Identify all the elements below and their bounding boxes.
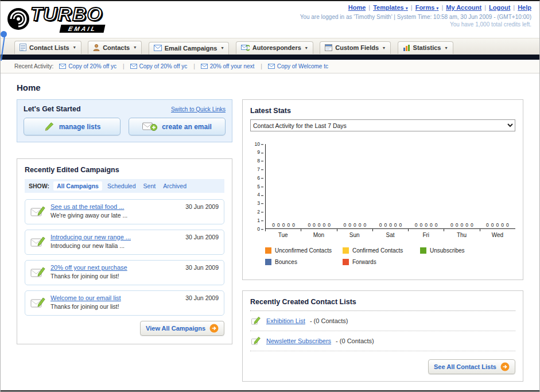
campaign-item: Welcome to our email list Thanks for joi… — [25, 290, 224, 316]
manage-lists-button[interactable]: manage lists — [24, 118, 121, 135]
latest-stats-panel: Latest Stats Contact Activity for the La… — [242, 99, 523, 280]
arrow-right-icon — [500, 362, 510, 371]
legend-item: Unconfirmed Contacts — [265, 247, 343, 254]
nav-forms-link[interactable]: Forms ▾ — [415, 4, 446, 11]
envelope-icon — [201, 64, 208, 69]
top-header: TURBO EMAIL HomeTemplates ▾Forms ▾My Acc… — [1, 1, 539, 38]
logo-title: TURBO — [30, 5, 104, 23]
create-email-button[interactable]: create an email — [129, 118, 226, 135]
campaign-subtitle: We're giving away our late ... — [50, 212, 181, 219]
contact-lists-panel: Recently Created Contact Lists Exhibitio… — [242, 290, 523, 382]
filter-sent[interactable]: Sent — [143, 183, 156, 189]
nav-templates-link[interactable]: Templates ▾ — [373, 4, 415, 11]
envelope-icon — [130, 64, 137, 69]
campaign-item: Introducing our new range ... Introducin… — [25, 230, 224, 255]
contact-list-count: - (0 Contacts) — [336, 337, 374, 344]
legend-item: Bounces — [265, 259, 343, 265]
campaign-list: See us at the retail food ... We're givi… — [25, 199, 224, 316]
campaigns-title: Recently Edited Campaigns — [25, 166, 224, 174]
logo-subtitle: EMAIL — [60, 25, 106, 33]
get-started-title: Let's Get Started — [24, 105, 81, 113]
contact-lists-icon — [20, 44, 26, 51]
pencil-icon — [251, 316, 262, 325]
tab-contacts[interactable]: Contacts▾ — [88, 41, 142, 54]
envelope-pencil-icon — [30, 235, 45, 250]
legend-item: Unsubscribes — [420, 247, 498, 254]
tab-contact-lists[interactable]: Contact Lists▾ — [14, 41, 81, 54]
campaign-date: 30 Jun 2009 — [185, 234, 219, 240]
right-column: Latest Stats Contact Activity for the La… — [242, 99, 523, 382]
header-nav: HomeTemplates ▾Forms ▾My AccountLogoutHe… — [300, 4, 531, 11]
recent-activity-items: Copy of 20% off yc Copy of 20% off yc 20… — [59, 63, 328, 70]
left-column: Let's Get Started Switch to Quick Links … — [17, 99, 232, 382]
campaign-date: 30 Jun 2009 — [185, 203, 219, 210]
recent-activity-item[interactable]: Copy of Welcome tc — [268, 63, 328, 69]
filter-all-campaigns[interactable]: All Campaigns — [53, 181, 102, 191]
campaign-subtitle: Thanks for joining our list! — [50, 303, 181, 310]
nav-home-link[interactable]: Home — [348, 4, 373, 11]
show-label: SHOW: — [29, 183, 49, 189]
see-all-contact-lists-button[interactable]: See All Contact Lists — [428, 359, 515, 374]
bottom-bar — [1, 390, 539, 391]
envelope-icon — [59, 64, 66, 69]
filter-archived[interactable]: Archived — [163, 183, 187, 189]
chevron-down-icon: ▾ — [445, 45, 447, 51]
page: TURBO EMAIL HomeTemplates ▾Forms ▾My Acc… — [0, 0, 540, 392]
autoresponders-icon — [241, 44, 250, 51]
campaign-item: See us at the retail food ... We're givi… — [25, 199, 224, 224]
tab-custom-fields[interactable]: Custom Fields▾ — [320, 41, 391, 54]
main-tab-bar: Contact Lists▾ Contacts▾ Email Campaigns… — [1, 38, 539, 55]
recent-activity-bar: Recent Activity: Copy of 20% off yc Copy… — [1, 60, 539, 73]
campaign-subtitle: Thanks for joining our list! — [50, 273, 181, 280]
contact-list-item: Exhibition List - (0 Contacts) — [250, 311, 515, 331]
chevron-down-icon: ▾ — [73, 45, 76, 50]
arrow-right-icon — [209, 324, 219, 333]
page-title: Home — [17, 83, 525, 92]
latest-stats-title: Latest Stats — [250, 107, 515, 115]
chart-legend: Unconfirmed ContactsConfirmed ContactsUn… — [265, 247, 515, 270]
app-logo: TURBO EMAIL — [6, 5, 104, 33]
legend-swatch — [343, 259, 349, 265]
chevron-down-icon: ▾ — [221, 45, 223, 51]
content: Home Let's Get Started Switch to Quick L… — [1, 73, 539, 392]
recent-activity-item[interactable]: 20% off your next — [201, 63, 266, 69]
recent-activity-item[interactable]: Copy of 20% off yc — [59, 63, 128, 69]
campaign-title-link[interactable]: See us at the retail food ... — [50, 203, 181, 210]
legend-item: Forwards — [343, 259, 420, 265]
campaign-title-link[interactable]: Welcome to our email list — [50, 294, 181, 301]
chart-x-labels: TueMonSunSatFriThuWed — [265, 229, 515, 238]
view-all-campaigns-button[interactable]: View All Campaigns — [140, 321, 224, 336]
chart-y-axis: 012345678910 — [250, 144, 265, 229]
contact-list-link[interactable]: Newsletter Subscribers — [266, 337, 331, 344]
contact-activity-chart: 012345678910 000000000000000000000000000… — [250, 144, 515, 229]
switch-quick-links[interactable]: Switch to Quick Links — [171, 106, 226, 112]
credits-line: You have 1,000 total credits left. — [300, 21, 531, 28]
stats-range-select[interactable]: Contact Activity for the Last 7 Days — [250, 119, 515, 131]
nav-my-account-link[interactable]: My Account — [446, 4, 489, 11]
campaign-title-link[interactable]: 20% off your next purchase — [50, 264, 181, 271]
contact-list-link[interactable]: Exhibition List — [266, 317, 305, 324]
email-campaigns-icon — [154, 45, 162, 51]
envelope-pencil-icon — [30, 205, 45, 219]
chevron-down-icon: ▾ — [134, 45, 136, 50]
header-right: HomeTemplates ▾Forms ▾My AccountLogoutHe… — [300, 4, 531, 28]
legend-swatch — [420, 247, 426, 254]
contact-list-items: Exhibition List - (0 Contacts) Newslette… — [250, 311, 515, 351]
get-started-panel: Let's Get Started Switch to Quick Links … — [17, 99, 232, 142]
tab-autoresponders[interactable]: Autoresponders▾ — [236, 41, 313, 54]
envelope-plus-icon — [142, 122, 157, 132]
legend-swatch — [265, 259, 271, 265]
filter-scheduled[interactable]: Scheduled — [107, 183, 136, 189]
campaign-filter-bar: SHOW: All Campaigns Scheduled Sent Archi… — [25, 179, 224, 193]
tab-statistics[interactable]: Statistics▾ — [398, 41, 453, 54]
campaign-subtitle: Introducing our new Italia ... — [50, 242, 181, 249]
nav-logout-link[interactable]: Logout — [489, 4, 518, 11]
tab-email-campaigns[interactable]: Email Campaigns▾ — [149, 42, 230, 55]
legend-item: Confirmed Contacts — [343, 247, 420, 254]
chevron-down-icon: ▾ — [383, 45, 385, 51]
campaign-title-link[interactable]: Introducing our new range ... — [50, 234, 181, 240]
legend-swatch — [343, 247, 349, 254]
recent-activity-item[interactable]: Copy of 20% off yc — [130, 63, 199, 69]
envelope-pencil-icon — [30, 296, 45, 311]
nav-help-link[interactable]: Help — [518, 4, 531, 11]
